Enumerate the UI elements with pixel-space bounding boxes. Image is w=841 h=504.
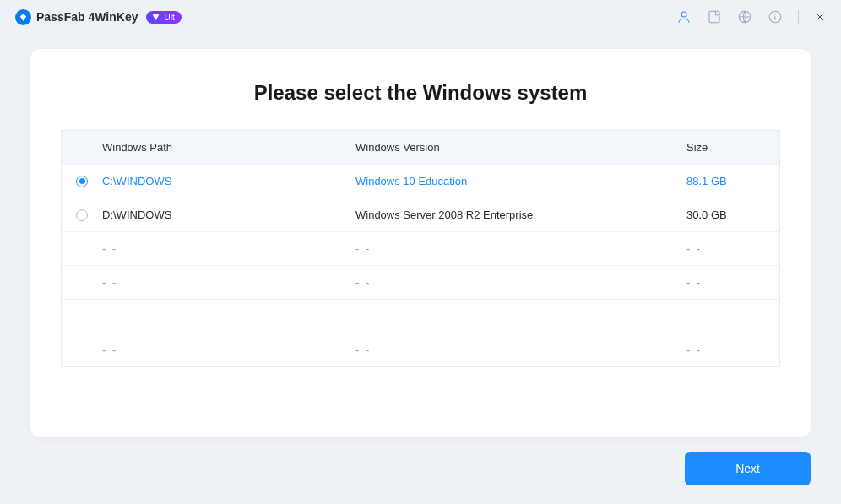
table-row[interactable]: D:\WINDOWSWindows Server 2008 R2 Enterpr… [62, 198, 779, 231]
column-path: Windows Path [102, 141, 355, 154]
column-size: Size [686, 141, 779, 154]
footer: Next [685, 452, 811, 485]
cell-size: - - [686, 310, 779, 322]
titlebar: PassFab 4WinKey Ult [0, 0, 841, 34]
user-icon[interactable] [676, 9, 692, 24]
info-icon[interactable] [768, 9, 783, 24]
column-version: Windows Version [355, 141, 686, 154]
cell-path: - - [102, 344, 355, 356]
cell-version: - - [355, 276, 686, 289]
page-title: Please select the Windows system [61, 81, 780, 105]
cell-version: Windows Server 2008 R2 Enterprise [355, 209, 686, 221]
titlebar-right [676, 9, 826, 24]
cell-version: Windows 10 Education [355, 175, 686, 187]
cell-version: - - [355, 242, 686, 255]
app-name: PassFab 4WinKey [36, 10, 138, 24]
table-row: - -- -- - [62, 265, 779, 299]
radio-button[interactable] [76, 209, 88, 221]
app-logo-icon [15, 9, 31, 25]
table-row: - -- -- - [62, 299, 779, 333]
next-button[interactable]: Next [685, 452, 811, 485]
svg-point-5 [775, 14, 776, 14]
svg-point-0 [681, 12, 686, 17]
cell-version: - - [355, 310, 686, 322]
close-icon[interactable] [814, 11, 826, 23]
svg-rect-1 [709, 11, 719, 23]
cell-path: - - [102, 310, 355, 322]
cell-path: C:\WINDOWS [102, 175, 355, 187]
cell-size: 30.0 GB [686, 209, 779, 221]
table-row[interactable]: C:\WINDOWSWindows 10 Education88.1 GB [62, 164, 779, 198]
table-header: Windows Path Windows Version Size [62, 131, 779, 164]
cell-version: - - [355, 344, 686, 356]
cell-size: - - [686, 344, 779, 356]
feedback-icon[interactable] [707, 9, 722, 24]
divider [798, 10, 799, 24]
edition-badge-label: Ult [164, 13, 174, 22]
table-row: - -- -- - [62, 333, 779, 366]
edition-badge: Ult [146, 11, 181, 24]
cell-size: - - [686, 276, 779, 289]
diamond-icon [151, 13, 160, 22]
titlebar-left: PassFab 4WinKey Ult [15, 9, 182, 25]
radio-button[interactable] [76, 176, 88, 187]
main-card: Please select the Windows system Windows… [30, 49, 811, 437]
globe-icon[interactable] [737, 9, 752, 24]
cell-path: - - [102, 276, 355, 289]
cell-size: 88.1 GB [686, 175, 779, 187]
table-row: - -- -- - [62, 231, 779, 265]
cell-size: - - [686, 242, 779, 255]
cell-path: D:\WINDOWS [102, 209, 355, 221]
cell-path: - - [102, 242, 355, 255]
system-table: Windows Path Windows Version Size C:\WIN… [61, 130, 780, 367]
table-body: C:\WINDOWSWindows 10 Education88.1 GBD:\… [62, 164, 779, 366]
